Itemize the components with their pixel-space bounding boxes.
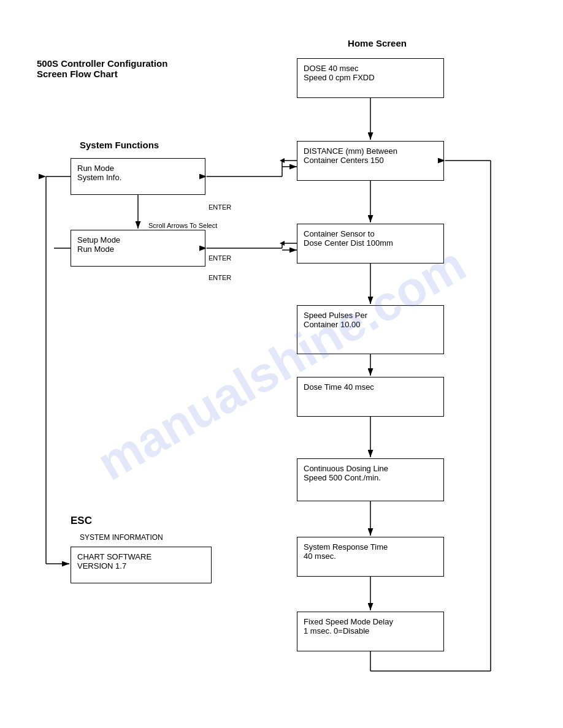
scroll-arrows-label: Scroll Arrows To Select xyxy=(148,222,217,229)
svg-marker-16 xyxy=(280,158,285,163)
box-fixed-speed-line1: Fixed Speed Mode Delay xyxy=(304,617,437,626)
box-fixed-speed: Fixed Speed Mode Delay 1 msec. 0=Disable xyxy=(297,612,444,651)
title-line2: Screen Flow Chart xyxy=(37,69,167,79)
box-fixed-speed-line2: 1 msec. 0=Disable xyxy=(304,626,437,635)
box-distance-line2: Container Centers 150 xyxy=(304,156,437,165)
enter-label-3: ENTER xyxy=(209,274,231,281)
system-functions-label: System Functions xyxy=(80,140,159,150)
watermark: manualshine.com xyxy=(88,236,475,492)
box-sysfunc2-line2: Run Mode xyxy=(77,245,199,254)
box-distance: DISTANCE (mm) Between Container Centers … xyxy=(297,141,444,181)
box-sysfunc1: Run Mode System Info. xyxy=(71,158,205,195)
box-continuous-dosing: Continuous Dosing Line Speed 500 Cont./m… xyxy=(297,458,444,501)
box-speed-pulses-line2: Container 10.00 xyxy=(304,320,437,329)
box-distance-line1: DISTANCE (mm) Between xyxy=(304,146,437,156)
enter-label-1: ENTER xyxy=(209,203,231,211)
box-container-sensor: Container Sensor to Dose Center Dist 100… xyxy=(297,224,444,264)
box-continuous-dosing-line2: Speed 500 Cont./min. xyxy=(304,473,437,482)
box-chart-software: CHART SOFTWARE VERSION 1.7 xyxy=(71,547,212,583)
enter-label-2: ENTER xyxy=(209,254,231,262)
box-home-line2: Speed 0 cpm FXDD xyxy=(304,73,437,82)
box-home-line1: DOSE 40 msec xyxy=(304,64,437,73)
box-chart-software-line2: VERSION 1.7 xyxy=(77,561,205,571)
title-line1: 500S Controller Configuration xyxy=(37,58,167,69)
box-container-sensor-line2: Dose Center Dist 100mm xyxy=(304,238,437,248)
box-continuous-dosing-line1: Continuous Dosing Line xyxy=(304,464,437,473)
box-container-sensor-line1: Container Sensor to xyxy=(304,229,437,238)
home-screen-label: Home Screen xyxy=(304,38,451,48)
box-system-response-line1: System Response Time xyxy=(304,542,437,552)
page: manualshine.com 500S Controller Configur… xyxy=(0,0,563,728)
title-block: 500S Controller Configuration Screen Flo… xyxy=(37,58,167,79)
sys-info-label: SYSTEM INFORMATION xyxy=(80,533,163,542)
box-sysfunc2: Setup Mode Run Mode xyxy=(71,230,205,267)
box-sysfunc1-line2: System Info. xyxy=(77,173,199,182)
box-speed-pulses: Speed Pulses Per Container 10.00 xyxy=(297,305,444,354)
box-system-response: System Response Time 40 msec. xyxy=(297,537,444,577)
box-sysfunc2-line1: Setup Mode xyxy=(77,235,199,245)
box-system-response-line2: 40 msec. xyxy=(304,552,437,561)
box-chart-software-line1: CHART SOFTWARE xyxy=(77,552,205,561)
box-sysfunc1-line1: Run Mode xyxy=(77,164,199,173)
box-dose-time: Dose Time 40 msec xyxy=(297,377,444,417)
flowchart-arrows xyxy=(0,0,563,728)
box-dose-time-line1: Dose Time 40 msec xyxy=(304,382,437,392)
esc-label: ESC xyxy=(71,515,92,527)
box-speed-pulses-line1: Speed Pulses Per xyxy=(304,311,437,320)
svg-marker-21 xyxy=(280,241,285,246)
box-home: DOSE 40 msec Speed 0 cpm FXDD xyxy=(297,58,444,98)
